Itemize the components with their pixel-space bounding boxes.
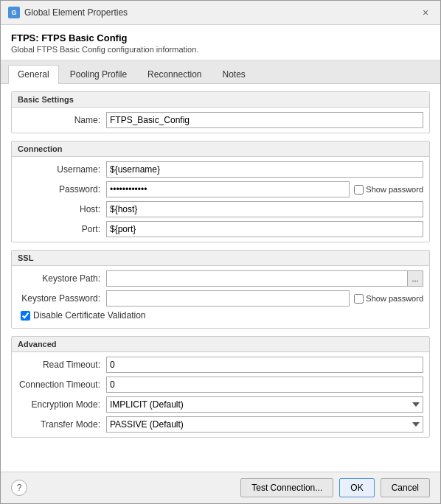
section-connection: Connection Username: Password: Show pass… xyxy=(11,141,430,242)
host-row: Host: xyxy=(18,201,423,217)
port-row: Port: xyxy=(18,221,423,237)
tab-reconnection[interactable]: Reconnection xyxy=(138,65,211,83)
title-bar: G Global Element Properties × xyxy=(1,1,440,25)
keystore-password-row: Keystore Password: Show password xyxy=(18,290,423,307)
keystore-show-password-group: Show password xyxy=(354,294,423,304)
title-bar-text: Global Element Properties xyxy=(24,7,128,18)
browse-button[interactable]: ... xyxy=(407,270,423,287)
dialog: G Global Element Properties × FTPS: FTPS… xyxy=(0,0,441,504)
basic-settings-title: Basic Settings xyxy=(12,92,429,108)
ok-button[interactable]: OK xyxy=(339,478,374,497)
tab-notes[interactable]: Notes xyxy=(212,65,254,83)
host-input[interactable] xyxy=(106,201,423,217)
ssl-title: SSL xyxy=(12,251,429,266)
connection-body: Username: Password: Show password xyxy=(12,157,429,242)
connection-title: Connection xyxy=(12,141,429,157)
tabs-bar: General Pooling Profile Reconnection Not… xyxy=(1,60,440,84)
username-label: Username: xyxy=(18,164,106,175)
password-wrapper: Show password xyxy=(106,181,423,197)
section-ssl: SSL Keystore Path: ... Keystore Password… xyxy=(11,250,430,329)
transfer-mode-label: Transfer Mode: xyxy=(18,419,106,430)
app-icon: G xyxy=(8,7,20,18)
section-basic-settings: Basic Settings Name: xyxy=(11,91,430,133)
read-timeout-input[interactable] xyxy=(106,357,423,373)
transfer-mode-select[interactable]: PASSIVE (Default) ACTIVE xyxy=(106,416,423,433)
cert-validation-row: Disable Certificate Validation xyxy=(18,310,423,321)
close-button[interactable]: × xyxy=(418,5,433,20)
disable-cert-validation-label: Disable Certificate Validation xyxy=(33,310,146,321)
help-button[interactable]: ? xyxy=(11,480,27,496)
username-row: Username: xyxy=(18,161,423,178)
keystore-path-wrapper: ... xyxy=(106,270,423,287)
advanced-body: Read Timeout: Connection Timeout: Encryp… xyxy=(12,352,429,437)
content-area: Basic Settings Name: Connection Username… xyxy=(1,84,440,472)
password-label: Password: xyxy=(18,184,106,195)
name-label: Name: xyxy=(18,115,106,125)
footer-buttons: Test Connection... OK Cancel xyxy=(240,478,430,497)
show-password-label: Show password xyxy=(366,185,423,194)
dialog-title: FTPS: FTPS Basic Config xyxy=(11,32,430,43)
keystore-path-label: Keystore Path: xyxy=(18,273,106,284)
password-row: Password: Show password xyxy=(18,181,423,197)
transfer-mode-row: Transfer Mode: PASSIVE (Default) ACTIVE xyxy=(18,416,423,433)
dialog-header: FTPS: FTPS Basic Config Global FTPS Basi… xyxy=(1,25,440,60)
encryption-mode-label: Encryption Mode: xyxy=(18,399,106,410)
connection-timeout-row: Connection Timeout: xyxy=(18,377,423,393)
read-timeout-row: Read Timeout: xyxy=(18,357,423,373)
host-label: Host: xyxy=(18,204,106,214)
username-input[interactable] xyxy=(106,161,423,178)
port-input[interactable] xyxy=(106,221,423,237)
connection-timeout-label: Connection Timeout: xyxy=(18,379,106,390)
name-row: Name: xyxy=(18,112,423,128)
disable-cert-validation-checkbox[interactable] xyxy=(21,311,30,321)
read-timeout-label: Read Timeout: xyxy=(18,360,106,370)
password-input[interactable] xyxy=(106,181,350,197)
dialog-subtitle: Global FTPS Basic Config configuration i… xyxy=(11,45,430,54)
tab-general[interactable]: General xyxy=(8,65,59,84)
keystore-show-password-checkbox[interactable] xyxy=(354,294,364,304)
keystore-show-password-label: Show password xyxy=(366,294,423,303)
keystore-path-row: Keystore Path: ... xyxy=(18,270,423,287)
show-password-checkbox[interactable] xyxy=(354,185,364,195)
ssl-body: Keystore Path: ... Keystore Password: Sh… xyxy=(12,266,429,328)
cancel-button[interactable]: Cancel xyxy=(381,478,430,497)
encryption-mode-select[interactable]: IMPLICIT (Default) EXPLICIT xyxy=(106,396,423,413)
basic-settings-body: Name: xyxy=(12,108,429,133)
show-password-group: Show password xyxy=(354,185,423,195)
connection-timeout-input[interactable] xyxy=(106,377,423,393)
section-advanced: Advanced Read Timeout: Connection Timeou… xyxy=(11,336,430,438)
test-connection-button[interactable]: Test Connection... xyxy=(240,478,333,497)
title-bar-left: G Global Element Properties xyxy=(8,7,128,18)
keystore-path-input[interactable] xyxy=(106,270,407,287)
tab-pooling-profile[interactable]: Pooling Profile xyxy=(60,65,136,83)
keystore-password-wrapper: Show password xyxy=(106,290,423,307)
name-input[interactable] xyxy=(106,112,423,128)
footer: ? Test Connection... OK Cancel xyxy=(1,472,440,503)
advanced-title: Advanced xyxy=(12,337,429,352)
keystore-password-input[interactable] xyxy=(106,290,350,307)
keystore-password-label: Keystore Password: xyxy=(18,293,106,304)
port-label: Port: xyxy=(18,224,106,234)
encryption-mode-row: Encryption Mode: IMPLICIT (Default) EXPL… xyxy=(18,396,423,413)
